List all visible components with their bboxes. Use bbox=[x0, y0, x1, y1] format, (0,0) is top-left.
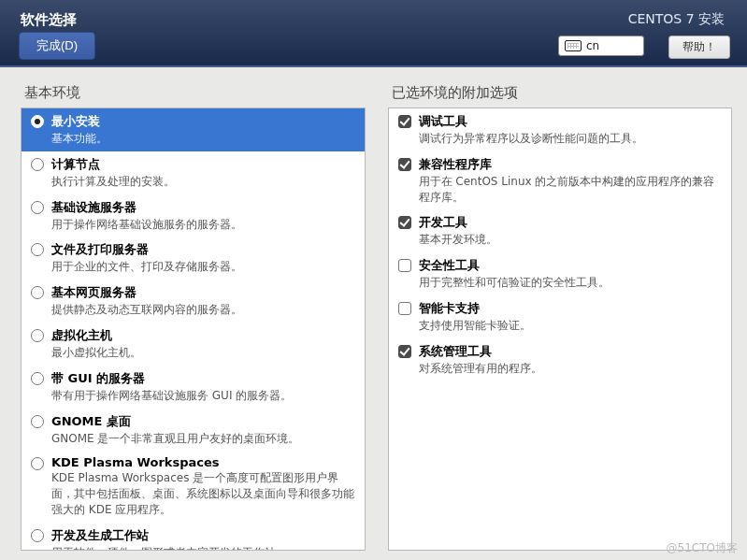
environment-title: 最小安装 bbox=[51, 113, 357, 130]
addon-text: 调试工具调试行为异常程序以及诊断性能问题的工具。 bbox=[419, 113, 725, 147]
addon-title: 系统管理工具 bbox=[419, 343, 725, 360]
environment-list[interactable]: 最小安装基本功能。计算节点执行计算及处理的安装。基础设施服务器用于操作网络基础设… bbox=[21, 108, 366, 551]
radio-icon[interactable] bbox=[31, 115, 44, 128]
addon-title: 开发工具 bbox=[419, 214, 725, 231]
environment-title: 文件及打印服务器 bbox=[51, 241, 357, 258]
addon-item[interactable]: 调试工具调试行为异常程序以及诊断性能问题的工具。 bbox=[389, 108, 732, 151]
environment-text: 虚拟化主机最小虚拟化主机。 bbox=[51, 327, 357, 361]
addon-item[interactable]: 兼容性程序库用于在 CentOS Linux 的之前版本中构建的应用程序的兼容程… bbox=[389, 151, 732, 210]
addon-item[interactable]: 系统管理工具对系统管理有用的程序。 bbox=[389, 338, 732, 381]
checkbox-icon[interactable] bbox=[398, 345, 411, 358]
addon-text: 系统管理工具对系统管理有用的程序。 bbox=[419, 343, 725, 377]
radio-icon[interactable] bbox=[31, 372, 44, 385]
radio-icon[interactable] bbox=[31, 529, 44, 542]
environment-description: 提供静态及动态互联网内容的服务器。 bbox=[51, 302, 357, 318]
environment-item[interactable]: 基础设施服务器用于操作网络基础设施服务的服务器。 bbox=[22, 194, 365, 237]
environment-description: GNOME 是一个非常直观且用户友好的桌面环境。 bbox=[51, 431, 357, 447]
environment-text: 文件及打印服务器用于企业的文件、打印及存储服务器。 bbox=[51, 241, 357, 275]
radio-icon[interactable] bbox=[31, 286, 44, 299]
environment-text: 开发及生成工作站用于软件、硬件、图形或者内容开发的工作站。 bbox=[51, 527, 357, 551]
addon-text: 智能卡支持支持使用智能卡验证。 bbox=[419, 300, 725, 334]
environment-description: 用于企业的文件、打印及存储服务器。 bbox=[51, 259, 357, 275]
checkbox-icon[interactable] bbox=[398, 259, 411, 272]
environment-item[interactable]: 开发及生成工作站用于软件、硬件、图形或者内容开发的工作站。 bbox=[22, 523, 365, 551]
environment-text: 带 GUI 的服务器带有用于操作网络基础设施服务 GUI 的服务器。 bbox=[51, 370, 357, 404]
radio-icon[interactable] bbox=[31, 329, 44, 342]
done-button[interactable]: 完成(D) bbox=[19, 32, 95, 60]
installer-title: CENTOS 7 安装 bbox=[628, 11, 725, 28]
environment-item[interactable]: 最小安装基本功能。 bbox=[22, 108, 365, 151]
page-title: 软件选择 bbox=[21, 11, 77, 29]
watermark: @51CTO博客 bbox=[667, 540, 738, 556]
addons-header: 已选环境的附加选项 bbox=[388, 84, 733, 102]
keyboard-icon bbox=[565, 40, 582, 51]
help-button[interactable]: 帮助！ bbox=[668, 36, 730, 59]
environment-title: 计算节点 bbox=[51, 156, 357, 173]
environment-title: KDE Plasma Workspaces bbox=[51, 455, 357, 469]
radio-icon[interactable] bbox=[31, 201, 44, 214]
base-environment-column: 基本环境 最小安装基本功能。计算节点执行计算及处理的安装。基础设施服务器用于操作… bbox=[21, 84, 366, 551]
addon-title: 智能卡支持 bbox=[419, 300, 725, 317]
addon-item[interactable]: 安全性工具用于完整性和可信验证的安全性工具。 bbox=[389, 252, 732, 295]
environment-title: GNOME 桌面 bbox=[51, 413, 357, 430]
environment-item[interactable]: GNOME 桌面GNOME 是一个非常直观且用户友好的桌面环境。 bbox=[22, 409, 365, 452]
environment-item[interactable]: 基本网页服务器提供静态及动态互联网内容的服务器。 bbox=[22, 280, 365, 323]
environment-description: 用于操作网络基础设施服务的服务器。 bbox=[51, 217, 357, 233]
environment-item[interactable]: 文件及打印服务器用于企业的文件、打印及存储服务器。 bbox=[22, 237, 365, 280]
addon-title: 安全性工具 bbox=[419, 257, 725, 274]
addon-item[interactable]: 智能卡支持支持使用智能卡验证。 bbox=[389, 295, 732, 338]
environment-text: 基础设施服务器用于操作网络基础设施服务的服务器。 bbox=[51, 199, 357, 233]
environment-text: 计算节点执行计算及处理的安装。 bbox=[51, 156, 357, 190]
base-environment-header: 基本环境 bbox=[21, 84, 366, 102]
environment-title: 基本网页服务器 bbox=[51, 284, 357, 301]
environment-description: 执行计算及处理的安装。 bbox=[51, 174, 357, 190]
radio-icon[interactable] bbox=[31, 158, 44, 171]
addon-description: 用于完整性和可信验证的安全性工具。 bbox=[419, 275, 725, 291]
environment-description: 带有用于操作网络基础设施服务 GUI 的服务器。 bbox=[51, 388, 357, 404]
addon-description: 支持使用智能卡验证。 bbox=[419, 318, 725, 334]
environment-text: 最小安装基本功能。 bbox=[51, 113, 357, 147]
addon-description: 基本开发环境。 bbox=[419, 232, 725, 248]
addon-text: 兼容性程序库用于在 CentOS Linux 的之前版本中构建的应用程序的兼容程… bbox=[419, 156, 725, 206]
addon-text: 开发工具基本开发环境。 bbox=[419, 214, 725, 248]
keyboard-layout-label: cn bbox=[586, 39, 599, 52]
content-area: 基本环境 最小安装基本功能。计算节点执行计算及处理的安装。基础设施服务器用于操作… bbox=[0, 67, 747, 560]
addon-description: 调试行为异常程序以及诊断性能问题的工具。 bbox=[419, 131, 725, 147]
environment-item[interactable]: KDE Plasma WorkspacesKDE Plasma Workspac… bbox=[22, 451, 365, 522]
addon-title: 调试工具 bbox=[419, 113, 725, 130]
environment-title: 带 GUI 的服务器 bbox=[51, 370, 357, 387]
addon-list[interactable]: 调试工具调试行为异常程序以及诊断性能问题的工具。兼容性程序库用于在 CentOS… bbox=[388, 108, 733, 551]
radio-icon[interactable] bbox=[31, 457, 44, 470]
environment-title: 开发及生成工作站 bbox=[51, 527, 357, 544]
addon-description: 用于在 CentOS Linux 的之前版本中构建的应用程序的兼容程序库。 bbox=[419, 174, 725, 206]
checkbox-icon[interactable] bbox=[398, 216, 411, 229]
checkbox-icon[interactable] bbox=[398, 115, 411, 128]
radio-icon[interactable] bbox=[31, 243, 44, 256]
environment-description: 最小虚拟化主机。 bbox=[51, 345, 357, 361]
addon-description: 对系统管理有用的程序。 bbox=[419, 361, 725, 377]
radio-icon[interactable] bbox=[31, 415, 44, 428]
environment-item[interactable]: 虚拟化主机最小虚拟化主机。 bbox=[22, 323, 365, 366]
environment-text: KDE Plasma WorkspacesKDE Plasma Workspac… bbox=[51, 455, 357, 517]
environment-title: 基础设施服务器 bbox=[51, 199, 357, 216]
environment-description: KDE Plasma Workspaces 是一个高度可配置图形用户界面，其中包… bbox=[51, 470, 357, 517]
environment-item[interactable]: 带 GUI 的服务器带有用于操作网络基础设施服务 GUI 的服务器。 bbox=[22, 366, 365, 409]
environment-description: 基本功能。 bbox=[51, 131, 357, 147]
addon-text: 安全性工具用于完整性和可信验证的安全性工具。 bbox=[419, 257, 725, 291]
environment-text: 基本网页服务器提供静态及动态互联网内容的服务器。 bbox=[51, 284, 357, 318]
checkbox-icon[interactable] bbox=[398, 158, 411, 171]
checkbox-icon[interactable] bbox=[398, 302, 411, 315]
environment-description: 用于软件、硬件、图形或者内容开发的工作站。 bbox=[51, 545, 357, 551]
environment-text: GNOME 桌面GNOME 是一个非常直观且用户友好的桌面环境。 bbox=[51, 413, 357, 447]
addons-column: 已选环境的附加选项 调试工具调试行为异常程序以及诊断性能问题的工具。兼容性程序库… bbox=[388, 84, 733, 551]
environment-title: 虚拟化主机 bbox=[51, 327, 357, 344]
addon-item[interactable]: 开发工具基本开发环境。 bbox=[389, 209, 732, 252]
addon-title: 兼容性程序库 bbox=[419, 156, 725, 173]
keyboard-layout-indicator[interactable]: cn bbox=[558, 36, 644, 56]
environment-item[interactable]: 计算节点执行计算及处理的安装。 bbox=[22, 151, 365, 194]
header-bar: 软件选择 完成(D) CENTOS 7 安装 cn 帮助！ bbox=[0, 0, 747, 67]
